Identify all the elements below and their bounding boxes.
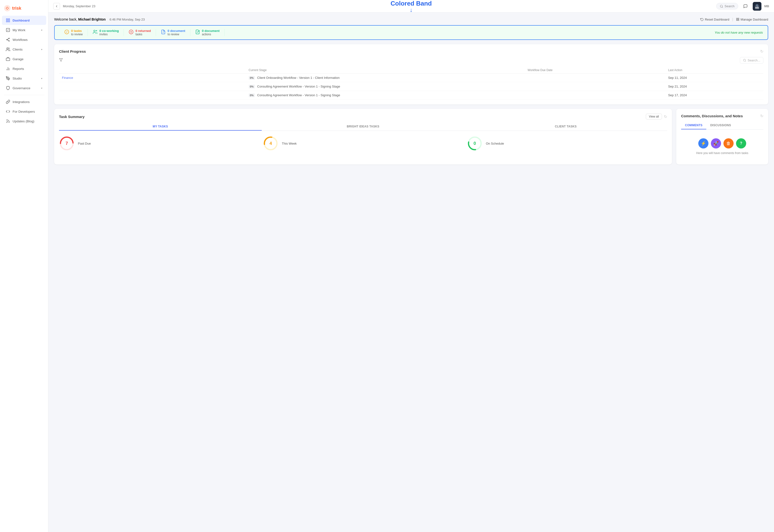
search-button[interactable]: Search	[716, 3, 738, 9]
tab-comments[interactable]: COMMENTS	[681, 122, 706, 129]
logo-icon	[4, 5, 11, 12]
tab-discussions[interactable]: DISCUSSIONS	[706, 122, 735, 129]
refresh-icon[interactable]: ↻	[760, 49, 763, 54]
sidebar-label-integrations: Integrations	[13, 100, 30, 104]
last-action-2: Sep 21, 2024	[668, 85, 760, 88]
band-item-coworking[interactable]: 0 co-working invites	[88, 29, 124, 36]
chevron-down-icon-governance: ▾	[41, 87, 42, 89]
tab-my-tasks[interactable]: MY TASKS	[59, 123, 262, 131]
comments-body: ⚡ 🚀 🗑 ? Here you will have comments from…	[681, 133, 763, 160]
sidebar-label-governance: Governance	[13, 86, 30, 90]
view-all-button[interactable]: View all	[646, 114, 662, 119]
sidebar-item-workflows[interactable]: Workflows	[2, 35, 46, 44]
comments-tabs: COMMENTS DISCUSSIONS	[681, 122, 763, 130]
comments-card: Comments, Discussions, and Notes ↻ COMME…	[676, 109, 768, 164]
svg-point-17	[7, 78, 8, 79]
sidebar-label-updates: Updates (Blog)	[13, 119, 34, 123]
doc-review-sub: to review	[168, 33, 185, 36]
sidebar-item-studio[interactable]: Studio ▾	[2, 74, 46, 83]
fab-help[interactable]: ?	[736, 138, 746, 148]
sidebar-label-reports: Reports	[13, 67, 24, 71]
band-item-returned[interactable]: 0 returned tasks	[124, 29, 156, 36]
coworking-sub: invites	[99, 33, 119, 36]
client-link-finance[interactable]: Finance	[62, 76, 247, 80]
filter-icon[interactable]	[59, 58, 63, 63]
sidebar-item-governance[interactable]: Governance ▾	[2, 83, 46, 93]
returned-count: 0 returned	[135, 29, 151, 33]
user-initials: MB	[764, 4, 769, 8]
code-icon	[6, 109, 10, 114]
check-square-icon	[6, 28, 10, 32]
tasks-review-icon	[64, 30, 69, 36]
fab-lightning[interactable]: ⚡	[698, 138, 708, 148]
svg-line-10	[7, 39, 9, 40]
sidebar-item-updates-blog[interactable]: Updates (Blog)	[2, 117, 46, 126]
doc-review-icon	[161, 30, 166, 36]
fab-group: ⚡ 🚀 🗑 ?	[684, 138, 761, 148]
tasks-review-sub: to review	[71, 33, 83, 36]
tab-client-tasks[interactable]: CLIENT TASKS	[464, 123, 667, 131]
divider: |	[732, 17, 733, 21]
client-progress-header: Client Progress ↻	[59, 49, 763, 54]
col-client	[62, 68, 247, 72]
sidebar-label-dashboard: Dashboard	[13, 19, 30, 22]
band-item-doc-actions-text: 0 document actions	[202, 29, 220, 36]
on-schedule-value: 0	[474, 141, 476, 146]
avatar-image: MB	[753, 2, 761, 11]
chevron-down-icon-clients: ▾	[41, 48, 42, 51]
svg-rect-4	[6, 21, 7, 22]
svg-marker-36	[59, 59, 62, 61]
sidebar-item-garage[interactable]: Garage	[2, 54, 46, 64]
user-avatar[interactable]: MB	[753, 2, 761, 11]
sidebar-item-integrations[interactable]: Integrations	[2, 97, 46, 106]
sidebar-item-for-developers[interactable]: For Developers	[2, 107, 46, 116]
percent-badge-2: 0%	[249, 85, 255, 89]
on-schedule-chart: 0	[467, 136, 483, 151]
bar-chart-icon	[6, 67, 10, 71]
task-summary-card: Task Summary View all ↻ MY TASKS BRIGHT …	[54, 109, 672, 164]
svg-point-12	[7, 48, 8, 49]
svg-rect-26	[737, 20, 737, 21]
chat-button[interactable]	[741, 2, 750, 11]
band-item-doc-review[interactable]: 0 document to review	[156, 29, 190, 36]
search-label: Search	[725, 4, 735, 8]
task-refresh-icon[interactable]: ↻	[664, 114, 667, 119]
back-button[interactable]	[53, 3, 60, 10]
svg-rect-25	[738, 18, 739, 19]
doc-actions-count: 0 document	[202, 29, 220, 33]
content-area: Welcome back, Michael Brighton 6:46 PM M…	[48, 13, 774, 532]
metric-on-schedule: 0 On Schedule	[467, 136, 667, 151]
grid-icon	[6, 18, 10, 22]
band-item-doc-actions[interactable]: 0 document actions	[190, 29, 225, 36]
band-item-tasks-review[interactable]: 0 tasks to review	[60, 29, 88, 36]
tasks-review-count: 0 tasks	[71, 29, 83, 33]
svg-rect-24	[737, 18, 737, 19]
chevron-down-icon: ▾	[41, 29, 42, 31]
manage-dashboard-button[interactable]: Manage Dashboard	[736, 18, 768, 21]
fab-trash[interactable]: 🗑	[723, 138, 734, 148]
col-action: Last Action	[668, 68, 760, 72]
returned-icon	[129, 30, 134, 36]
sidebar-item-reports[interactable]: Reports	[2, 64, 46, 73]
fab-rocket[interactable]: 🚀	[711, 138, 721, 148]
reset-dashboard-button[interactable]: Reset Dashboard	[700, 18, 729, 21]
comments-refresh-icon[interactable]: ↻	[760, 114, 763, 118]
percent-badge: 0%	[249, 76, 255, 80]
table-row: 0% Consulting Agreement Workflow - Versi…	[59, 82, 763, 91]
sidebar: trisk Dashboard My Work ▾ Workflows Clie…	[0, 0, 48, 532]
client-search-input[interactable]: Search...	[740, 57, 763, 64]
sidebar-item-dashboard[interactable]: Dashboard	[2, 16, 46, 25]
tab-bright-ideas[interactable]: BRIGHT IDEAS TASKS	[262, 123, 464, 131]
stage-text-1: Client Onboarding Workflow - Version 1 -…	[257, 76, 340, 80]
link-icon	[6, 100, 10, 104]
welcome-message: Welcome back, Michael Brighton 6:46 PM M…	[54, 17, 145, 21]
search-placeholder: Search...	[748, 59, 760, 62]
sidebar-item-clients[interactable]: Clients ▾	[2, 45, 46, 54]
doc-actions-icon	[195, 30, 200, 36]
comments-header: Comments, Discussions, and Notes ↻	[681, 114, 763, 118]
client-progress-card: Client Progress ↻ Search... Current Stag…	[54, 44, 768, 104]
svg-line-38	[745, 61, 746, 61]
welcome-actions: Reset Dashboard | Manage Dashboard	[700, 17, 768, 21]
sidebar-item-my-work[interactable]: My Work ▾	[2, 25, 46, 35]
table-row: 0% Consulting Agreement Workflow - Versi…	[59, 91, 763, 100]
